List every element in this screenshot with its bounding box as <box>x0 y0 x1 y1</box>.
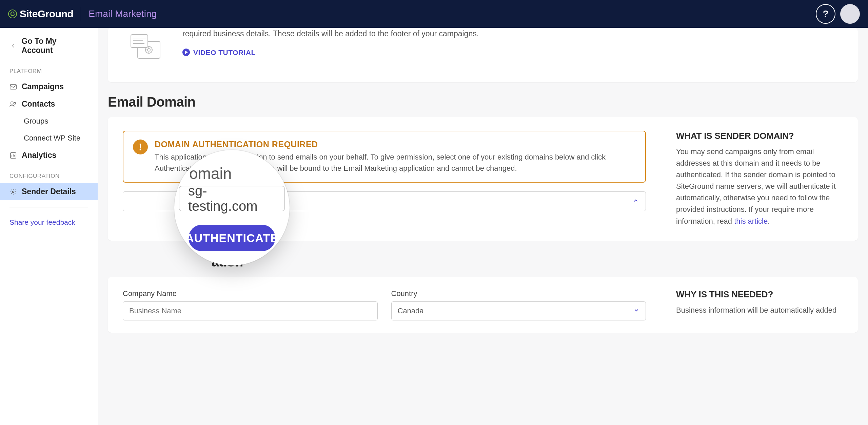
nav-contacts[interactable]: Contacts <box>0 95 98 113</box>
country-label: Country <box>391 289 646 298</box>
main-content: campaign required business details. Thes… <box>98 28 868 425</box>
video-tutorial-link[interactable]: VIDEO TUTORIAL <box>182 47 256 58</box>
arrow-left-icon <box>9 42 17 49</box>
envelope-icon <box>9 84 17 90</box>
country-select[interactable]: Canada <box>391 301 646 320</box>
svg-point-1 <box>11 101 13 104</box>
why-needed-text: Business information will be automatical… <box>676 304 843 316</box>
brand-name: SiteGround <box>20 8 73 20</box>
divider <box>81 7 81 21</box>
email-domain-title: Email Domain <box>108 94 858 110</box>
company-name-input[interactable] <box>123 301 378 320</box>
company-name-label: Company Name <box>123 289 378 298</box>
nav-contacts-label: Contacts <box>22 99 55 109</box>
this-article-link[interactable]: this article <box>734 217 768 225</box>
country-field: Country Canada <box>391 289 646 320</box>
gear-icon <box>9 188 17 195</box>
email-domain-left: ! DOMAIN AUTHENTICATION REQUIRED This ap… <box>108 117 661 241</box>
email-domain-card: ! DOMAIN AUTHENTICATION REQUIRED This ap… <box>108 117 858 241</box>
alert-title: DOMAIN AUTHENTICATION REQUIRED <box>155 140 636 149</box>
business-info-left: Company Name Country Canada <box>108 277 661 333</box>
nav-analytics-label: Analytics <box>22 151 56 160</box>
nav-campaigns-label: Campaigns <box>22 82 64 91</box>
warning-icon: ! <box>133 140 148 154</box>
company-name-field: Company Name <box>123 289 378 320</box>
nav-sender-details[interactable]: Sender Details <box>0 183 98 200</box>
alert-body: This application needs permission to sen… <box>155 151 636 174</box>
email-domain-aside: WHAT IS SENDER DOMAIN? You may send camp… <box>661 117 858 241</box>
nav-sender-details-label: Sender Details <box>22 187 76 196</box>
go-to-account-label: Go To My Account <box>22 37 88 55</box>
nav-analytics[interactable]: Analytics <box>0 147 98 164</box>
avatar[interactable] <box>840 4 860 24</box>
sidebar: Go To My Account PLATFORM Campaigns Cont… <box>0 28 98 425</box>
country-value: Canada <box>398 307 424 315</box>
divider <box>9 207 88 207</box>
aside-text: You may send campaigns only from email a… <box>676 146 843 227</box>
illustration-icon <box>121 28 169 69</box>
intro-card: campaign required business details. Thes… <box>108 28 858 82</box>
aside-title: WHAT IS SENDER DOMAIN? <box>676 131 843 141</box>
domain-select[interactable] <box>123 191 646 211</box>
section-config: CONFIGURATION <box>0 164 98 183</box>
topbar: G SiteGround Email Marketing ? <box>0 0 868 28</box>
share-feedback-link[interactable]: Share your feedback <box>0 214 98 230</box>
svg-point-2 <box>14 102 16 104</box>
play-icon <box>182 49 190 56</box>
domain-auth-alert: ! DOMAIN AUTHENTICATION REQUIRED This ap… <box>123 131 646 183</box>
app-title: Email Marketing <box>88 8 157 19</box>
business-info-card: Company Name Country Canada <box>108 277 858 333</box>
business-info-title: Business Information <box>108 254 858 270</box>
svg-point-7 <box>147 49 150 51</box>
intro-body: required business details. These details… <box>182 28 844 40</box>
intro-text: campaign required business details. Thes… <box>182 28 844 58</box>
svg-point-4 <box>13 191 14 192</box>
people-icon <box>9 101 17 107</box>
section-platform: PLATFORM <box>0 59 98 78</box>
svg-rect-0 <box>10 85 16 89</box>
why-needed-title: WHY IS THIS NEEDED? <box>676 289 843 300</box>
nav-campaigns[interactable]: Campaigns <box>0 78 98 95</box>
chevron-down-icon <box>633 307 639 315</box>
business-info-aside: WHY IS THIS NEEDED? Business information… <box>661 277 858 333</box>
help-icon: ? <box>823 8 828 19</box>
logo-mark-icon: G <box>8 10 17 18</box>
help-button[interactable]: ? <box>816 4 835 24</box>
video-tutorial-label: VIDEO TUTORIAL <box>193 47 256 58</box>
chevron-up-icon <box>633 198 639 205</box>
nav-connect-wp[interactable]: Connect WP Site <box>0 130 98 147</box>
nav-groups[interactable]: Groups <box>0 113 98 130</box>
chart-icon <box>9 152 17 159</box>
go-to-account-link[interactable]: Go To My Account <box>0 33 98 59</box>
brand-logo[interactable]: G SiteGround <box>8 8 73 20</box>
